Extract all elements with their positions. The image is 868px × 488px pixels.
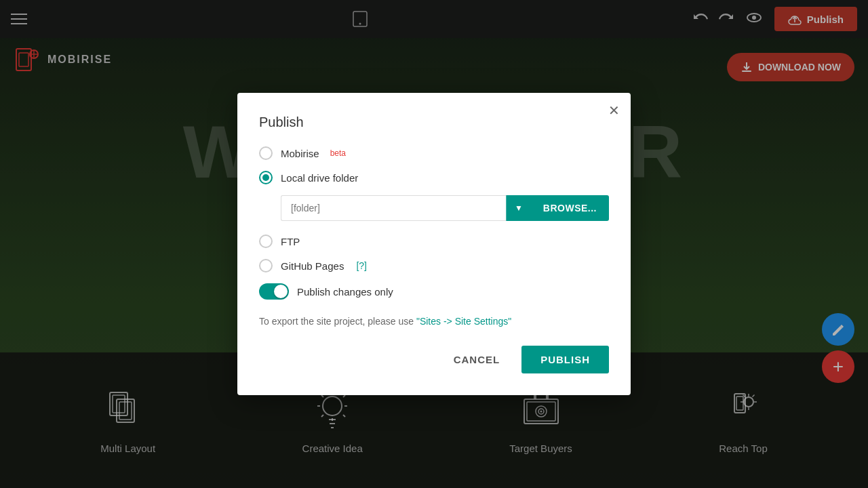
radio-ftp[interactable]: FTP xyxy=(259,235,609,248)
radio-github-circle xyxy=(259,259,273,272)
radio-github[interactable]: GitHub Pages [?] xyxy=(259,259,609,272)
radio-local-label: Local drive folder xyxy=(281,172,358,184)
modal-overlay: Publish ✕ Mobirise beta Local drive fold… xyxy=(0,0,868,488)
radio-github-label: GitHub Pages xyxy=(281,260,344,272)
publish-changes-toggle[interactable] xyxy=(259,283,289,300)
github-help-link[interactable]: [?] xyxy=(356,260,367,271)
modal-footer: CANCEL PUBLISH xyxy=(259,346,609,373)
toggle-label: Publish changes only xyxy=(297,286,393,298)
modal-close-button[interactable]: ✕ xyxy=(608,104,620,117)
publish-modal-button[interactable]: PUBLISH xyxy=(521,346,609,373)
radio-local-circle xyxy=(259,171,273,184)
radio-mobirise-label: Mobirise xyxy=(281,148,319,159)
folder-browse-button[interactable]: BROWSE... xyxy=(531,195,609,221)
radio-ftp-circle xyxy=(259,235,273,248)
radio-local[interactable]: Local drive folder xyxy=(259,171,609,184)
radio-mobirise[interactable]: Mobirise beta xyxy=(259,146,609,160)
radio-mobirise-circle xyxy=(259,146,273,160)
export-link[interactable]: "Sites -> Site Settings" xyxy=(416,316,511,327)
export-note-text: To export the site project, please use xyxy=(259,316,416,327)
radio-ftp-label: FTP xyxy=(281,236,300,247)
folder-row: ▼ BROWSE... xyxy=(281,195,609,221)
folder-arrow-button[interactable]: ▼ xyxy=(506,195,531,221)
toggle-row: Publish changes only xyxy=(259,283,609,300)
cancel-button[interactable]: CANCEL xyxy=(443,347,511,372)
publish-modal: Publish ✕ Mobirise beta Local drive fold… xyxy=(237,93,631,395)
toggle-thumb xyxy=(274,285,288,298)
browse-label: BROWSE... xyxy=(543,203,597,214)
modal-title: Publish xyxy=(259,115,609,130)
beta-badge: beta xyxy=(330,148,346,158)
export-note: To export the site project, please use "… xyxy=(259,316,609,327)
folder-input[interactable] xyxy=(281,195,506,221)
